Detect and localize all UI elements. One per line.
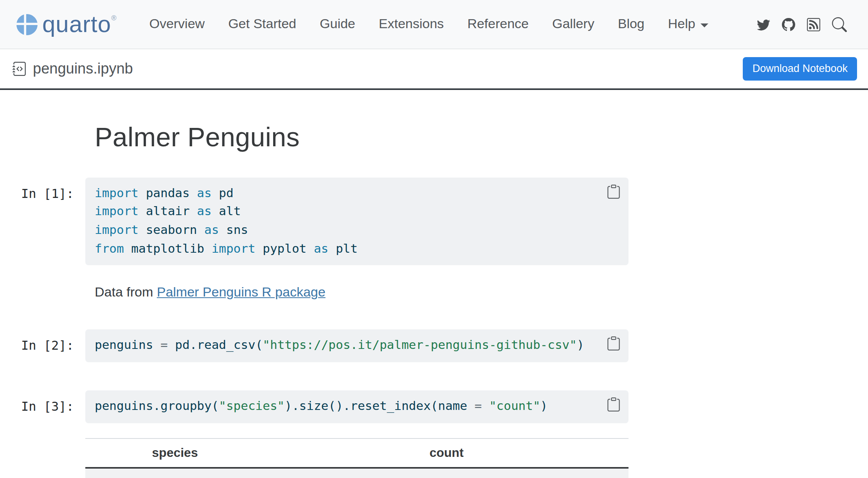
journal-code-icon [13,62,27,76]
nav-item-help-label: Help [668,16,695,32]
nav-item-overview[interactable]: Overview [149,16,205,32]
notebook-content: Palmer Penguins In [1]: import pandas as… [85,120,628,478]
nav-item-get-started[interactable]: Get Started [228,16,296,32]
navbar-icon-group [757,17,847,32]
clipboard-icon[interactable] [607,184,621,201]
github-icon[interactable] [782,18,795,31]
notebook-file-bar: penguins.ipynb Download Notebook [0,49,868,90]
main-nav: Overview Get Started Guide Extensions Re… [149,16,708,32]
cell-execution-label: In [3]: [21,397,74,416]
nav-item-reference[interactable]: Reference [467,16,529,32]
quarto-notebook-page: quarto ® Overview Get Started Guide Exte… [0,0,868,478]
nav-item-gallery[interactable]: Gallery [552,16,594,32]
code-source[interactable]: import pandas as pdimport altair as alti… [95,184,619,259]
table-header-row: species count [85,438,628,467]
navbar: quarto ® Overview Get Started Guide Exte… [0,0,868,49]
rss-icon[interactable] [807,18,820,31]
table-row [85,467,628,478]
cell-output-table: species count [85,438,628,478]
nav-item-help[interactable]: Help [668,16,709,32]
code-block: import pandas as pdimport altair as alti… [85,177,628,266]
clipboard-icon[interactable] [607,337,621,353]
nav-item-blog[interactable]: Blog [618,16,645,32]
chevron-down-icon [701,23,709,27]
brand-wordmark: quarto [42,13,111,36]
code-cell-1: In [1]: import pandas as pdimport altair… [85,177,628,266]
palmer-penguins-link[interactable]: Palmer Penguins R package [157,285,326,300]
code-block: penguins = pd.read_csv("https://pos.it/p… [85,330,628,362]
clipboard-icon[interactable] [607,397,621,414]
paragraph-text: Data from [95,285,157,300]
cell-execution-label: In [1]: [21,184,74,203]
column-header-count: count [265,438,628,467]
quarto-brand-link[interactable]: quarto ® [16,13,116,36]
notebook-filename: penguins.ipynb [33,60,133,77]
registered-trademark: ® [111,14,116,22]
code-cell-2: In [2]: penguins = pd.read_csv("https://… [85,330,628,362]
markdown-paragraph: Data from Palmer Penguins R package [95,284,628,302]
quarto-globe-icon [16,14,38,35]
download-notebook-button[interactable]: Download Notebook [743,58,857,81]
code-source[interactable]: penguins = pd.read_csv("https://pos.it/p… [95,337,619,355]
nav-item-guide[interactable]: Guide [320,16,355,32]
nav-item-extensions[interactable]: Extensions [379,16,444,32]
twitter-icon[interactable] [757,18,770,31]
search-icon[interactable] [832,17,847,32]
code-block: penguins.groupby("species").size().reset… [85,390,628,423]
code-cell-3: In [3]: penguins.groupby("species").size… [85,390,628,423]
column-header-species: species [85,438,265,467]
code-source[interactable]: penguins.groupby("species").size().reset… [95,397,619,416]
cell-execution-label: In [2]: [21,337,74,355]
page-title: Palmer Penguins [95,120,628,154]
